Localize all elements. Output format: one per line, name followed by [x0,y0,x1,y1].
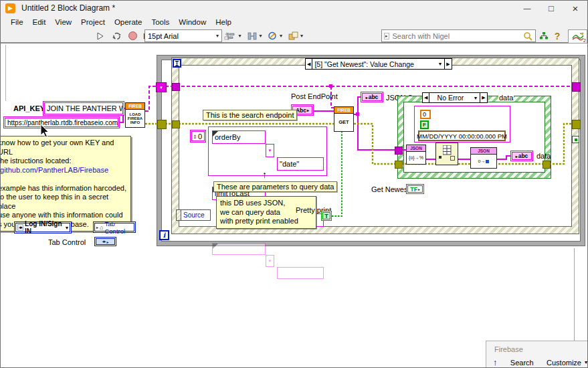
get-newest-terminal[interactable]: TF [406,184,424,194]
distribute-objects-dropdown[interactable] [247,29,263,42]
indicator-arrow-icon [516,154,518,159]
tunnel-error-case-left[interactable] [395,161,403,169]
param-value-cell-empty[interactable] [277,267,324,279]
api-key-string-control[interactable]: JOIN THE PANTHER WAY [43,101,124,116]
window-switcher-icon[interactable]: 2 [568,29,587,43]
type-cluster-constant[interactable]: 0 F MM/DD/YYYY 00:00:00.000 PM [414,106,510,143]
github-link[interactable]: /github.com/PantherLAB/Firebase [0,166,108,174]
wire-load-to-shiftreg[interactable] [145,86,156,111]
tunnel-cluster-event-left[interactable] [172,83,180,91]
data-indicator-terminal[interactable]: abc [510,151,533,161]
event-selector-label: [5] "Get Newest": Value Change [312,59,435,69]
resize-objects-dropdown[interactable] [266,29,284,42]
help-icon[interactable] [552,29,563,42]
param-dropdown[interactable] [266,144,274,157]
tunnel-string-case-left[interactable] [395,147,403,155]
url-string-control[interactable]: https://pantherlab.rtdb.firebaseio.com/ [3,116,120,128]
param-name-cell[interactable]: orderBy [212,130,266,144]
case-selector[interactable]: No Error [422,92,488,103]
shift-register-left[interactable] [156,82,167,92]
vi-hierarchy-icon[interactable] [538,29,550,42]
enum-constant[interactable]: Log IN/Sign IN [14,221,72,234]
loop-iteration-terminal[interactable]: i [159,230,169,240]
menu-edit[interactable]: Edit [28,17,51,27]
tunnel-error-loop-left[interactable] [157,120,167,129]
prev-case-icon[interactable] [423,93,429,102]
param-name-cell-empty[interactable] [212,243,266,255]
palette-customize-label[interactable]: Customize [547,359,581,367]
window-edge-line [5,45,6,101]
menu-operate[interactable]: Operate [110,17,147,27]
window-count-badge: 2 [583,38,586,43]
tunnel-error-case-right[interactable] [543,161,551,169]
prev-case-icon[interactable] [306,59,312,69]
palette-search-icon[interactable] [506,358,507,367]
timestamp-constant[interactable]: MM/DD/YYYY 00:00:00.000 PM [418,130,506,141]
query-parameters-array[interactable]: orderBy "date" limitToLast 1 [208,126,327,176]
title-bar: Untitled 2 Block Diagram * [1,1,587,15]
annotation-arrow-icon [262,169,267,180]
menu-tools[interactable]: Tools [146,17,174,27]
tunnel-error-event-right[interactable] [572,120,581,129]
font-selector[interactable]: 15pt Arial [144,29,222,42]
data-type-icon [486,160,489,163]
menu-file[interactable]: File [6,17,28,27]
event-selector[interactable]: [5] "Get Newest": Value Change [305,58,452,70]
case-dropdown-icon[interactable] [471,93,480,102]
true-constant[interactable]: T [321,211,332,221]
data-indicator-label: data [536,152,551,160]
index-dot-icon [439,156,442,159]
load-firebase-info-vi[interactable]: FIREB LOAD FIREBA INFO [125,102,145,128]
variant-to-data-node[interactable]: JSON o→ [470,147,497,169]
query-params-note[interactable]: These are parameters to query data [213,181,337,192]
chevron-down-icon [259,33,262,39]
palette-search-label[interactable]: Search [510,359,534,367]
chevron-down-icon [216,33,219,39]
menu-view[interactable]: View [50,17,76,27]
tab-control-label: Tab Control [47,238,86,246]
tab-control-property-node[interactable]: Tab Control [93,221,136,233]
param-value-cell[interactable]: "date" [277,157,324,171]
menu-project[interactable]: Project [76,17,110,27]
palette-up-icon[interactable] [493,357,498,367]
abort-icon[interactable] [128,29,138,42]
firebase-get-vi[interactable]: FIREB GET [334,106,354,132]
search-icon [523,31,533,41]
tunnel-boolean-event-right[interactable] [572,136,579,143]
block-diagram-canvas[interactable]: JSON S abc [1,45,588,368]
event-timeout-terminal[interactable] [173,59,181,68]
index-array-node[interactable] [435,143,458,165]
next-case-icon[interactable] [444,59,451,69]
json-to-variant-node[interactable]: JSON {o}→% [406,145,426,165]
event-data-node[interactable]: Source [176,209,211,221]
array-index-spinner-icon[interactable]: ▲▼ [193,134,197,139]
palette-customize-icon[interactable] [543,358,543,367]
search-endpoint-note[interactable]: This is the search endpoint [203,110,297,120]
functions-palette: Firebase Search Customize [486,341,588,368]
close-button[interactable] [563,1,587,15]
array-grid-icon [443,145,452,155]
run-continuously-icon[interactable] [110,29,122,42]
maximize-button[interactable] [539,1,563,15]
minimize-button[interactable] [515,1,539,15]
search-history-icon[interactable] [384,33,389,39]
tunnel-cluster-event-right[interactable] [572,82,581,92]
array-index-box[interactable]: ▲▼ 0 [190,130,206,143]
param-dropdown-empty[interactable] [266,255,274,267]
search-input[interactable] [391,31,523,41]
reorder-objects-dropdown[interactable] [287,29,304,42]
search-box[interactable] [381,29,536,42]
tunnel-error-event-left[interactable] [172,120,180,128]
json-string-terminal[interactable]: abc [361,92,383,102]
numeric-constant[interactable]: 0 [420,110,431,119]
menu-help[interactable]: Help [211,17,236,27]
tab-control-terminal[interactable] [94,237,116,246]
tab-arrows-icon [102,239,105,244]
next-case-icon[interactable] [480,93,486,102]
run-icon[interactable] [95,29,106,42]
false-constant[interactable]: F [420,120,429,129]
align-objects-dropdown[interactable] [226,29,242,42]
menu-window[interactable]: Window [174,17,211,27]
case-dropdown-icon[interactable] [435,59,444,69]
info-note[interactable]: know how to get your own KEY and URL the… [0,136,131,232]
